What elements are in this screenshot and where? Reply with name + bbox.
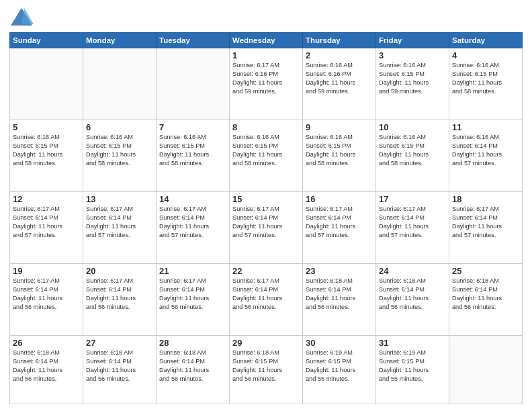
day-info: Sunrise: 6:16 AMSunset: 6:15 PMDaylight:… [232,133,300,168]
calendar-day-cell: 14Sunrise: 6:17 AMSunset: 6:14 PMDayligh… [157,192,230,264]
day-number: 17 [379,194,446,204]
calendar-day-cell: 4Sunrise: 6:16 AMSunset: 6:15 PMDaylight… [449,48,523,120]
day-info: Sunrise: 6:17 AMSunset: 6:14 PMDaylight:… [86,277,153,312]
page: SundayMondayTuesdayWednesdayThursdayFrid… [0,0,532,411]
day-info: Sunrise: 6:18 AMSunset: 6:14 PMDaylight:… [306,277,373,312]
calendar-day-cell: 24Sunrise: 6:18 AMSunset: 6:14 PMDayligh… [376,264,449,336]
day-number: 1 [232,50,300,60]
day-number: 4 [452,50,519,60]
day-number: 12 [13,194,80,204]
calendar-day-cell: 26Sunrise: 6:18 AMSunset: 6:14 PMDayligh… [10,336,83,404]
header [9,7,523,27]
day-number: 28 [159,338,226,348]
day-info: Sunrise: 6:16 AMSunset: 6:16 PMDaylight:… [306,61,373,96]
calendar-week-row: 19Sunrise: 6:17 AMSunset: 6:14 PMDayligh… [10,264,523,336]
calendar-day-cell: 20Sunrise: 6:17 AMSunset: 6:14 PMDayligh… [83,264,157,336]
day-info: Sunrise: 6:18 AMSunset: 6:14 PMDaylight:… [13,349,80,383]
calendar-day-cell: 28Sunrise: 6:18 AMSunset: 6:14 PMDayligh… [157,336,230,404]
calendar-day-cell: 9Sunrise: 6:16 AMSunset: 6:15 PMDaylight… [303,120,376,192]
day-info: Sunrise: 6:17 AMSunset: 6:14 PMDaylight:… [13,205,80,240]
day-number: 26 [13,338,80,348]
day-info: Sunrise: 6:17 AMSunset: 6:14 PMDaylight:… [452,205,519,240]
day-info: Sunrise: 6:16 AMSunset: 6:15 PMDaylight:… [86,133,153,168]
day-info: Sunrise: 6:16 AMSunset: 6:15 PMDaylight:… [379,133,446,168]
calendar-day-cell: 16Sunrise: 6:17 AMSunset: 6:14 PMDayligh… [303,192,376,264]
day-info: Sunrise: 6:17 AMSunset: 6:14 PMDaylight:… [159,205,226,240]
day-info: Sunrise: 6:16 AMSunset: 6:14 PMDaylight:… [452,133,519,168]
svg-marker-1 [21,8,34,24]
calendar-day-cell: 31Sunrise: 6:19 AMSunset: 6:15 PMDayligh… [376,336,449,404]
day-number: 23 [306,266,373,276]
calendar-day-cell: 19Sunrise: 6:17 AMSunset: 6:14 PMDayligh… [10,264,83,336]
calendar-week-row: 12Sunrise: 6:17 AMSunset: 6:14 PMDayligh… [10,192,523,264]
calendar-day-cell [157,48,230,120]
day-info: Sunrise: 6:16 AMSunset: 6:15 PMDaylight:… [452,61,519,96]
day-number: 6 [86,122,153,132]
calendar-week-row: 26Sunrise: 6:18 AMSunset: 6:14 PMDayligh… [10,336,523,404]
calendar-day-cell: 2Sunrise: 6:16 AMSunset: 6:16 PMDaylight… [303,48,376,120]
calendar-day-cell: 11Sunrise: 6:16 AMSunset: 6:14 PMDayligh… [449,120,523,192]
day-number: 2 [306,50,373,60]
day-info: Sunrise: 6:17 AMSunset: 6:14 PMDaylight:… [232,277,300,312]
calendar-day-cell: 10Sunrise: 6:16 AMSunset: 6:15 PMDayligh… [376,120,449,192]
calendar-day-cell: 12Sunrise: 6:17 AMSunset: 6:14 PMDayligh… [10,192,83,264]
calendar-day-cell: 1Sunrise: 6:17 AMSunset: 6:16 PMDaylight… [230,48,303,120]
day-info: Sunrise: 6:19 AMSunset: 6:15 PMDaylight:… [379,349,446,383]
calendar-day-cell: 27Sunrise: 6:18 AMSunset: 6:14 PMDayligh… [83,336,157,404]
day-info: Sunrise: 6:17 AMSunset: 6:14 PMDaylight:… [232,205,300,240]
weekday-header-friday: Friday [376,33,449,48]
calendar-week-row: 1Sunrise: 6:17 AMSunset: 6:16 PMDaylight… [10,48,523,120]
day-number: 8 [232,122,300,132]
day-info: Sunrise: 6:18 AMSunset: 6:14 PMDaylight:… [379,277,446,312]
weekday-header-tuesday: Tuesday [157,33,230,48]
day-info: Sunrise: 6:17 AMSunset: 6:14 PMDaylight:… [86,205,153,240]
day-number: 31 [379,338,446,348]
day-number: 18 [452,194,519,204]
logo [9,7,36,27]
logo-icon [9,7,34,27]
day-info: Sunrise: 6:18 AMSunset: 6:14 PMDaylight:… [86,349,153,383]
calendar-day-cell: 6Sunrise: 6:16 AMSunset: 6:15 PMDaylight… [83,120,157,192]
calendar-day-cell: 15Sunrise: 6:17 AMSunset: 6:14 PMDayligh… [230,192,303,264]
day-info: Sunrise: 6:17 AMSunset: 6:14 PMDaylight:… [306,205,373,240]
day-number: 13 [86,194,153,204]
calendar-day-cell [10,48,83,120]
weekday-header-wednesday: Wednesday [230,33,303,48]
day-number: 24 [379,266,446,276]
day-number: 15 [232,194,300,204]
calendar-day-cell: 7Sunrise: 6:16 AMSunset: 6:15 PMDaylight… [157,120,230,192]
day-number: 11 [452,122,519,132]
day-number: 22 [232,266,300,276]
day-number: 21 [159,266,226,276]
day-number: 10 [379,122,446,132]
weekday-header-saturday: Saturday [449,33,523,48]
day-info: Sunrise: 6:16 AMSunset: 6:15 PMDaylight:… [306,133,373,168]
day-info: Sunrise: 6:16 AMSunset: 6:15 PMDaylight:… [159,133,226,168]
day-number: 29 [232,338,300,348]
calendar-day-cell: 22Sunrise: 6:17 AMSunset: 6:14 PMDayligh… [230,264,303,336]
weekday-header-sunday: Sunday [10,33,83,48]
day-number: 19 [13,266,80,276]
day-info: Sunrise: 6:18 AMSunset: 6:14 PMDaylight:… [159,349,226,383]
calendar-day-cell: 5Sunrise: 6:16 AMSunset: 6:15 PMDaylight… [10,120,83,192]
day-number: 5 [13,122,80,132]
calendar-day-cell: 18Sunrise: 6:17 AMSunset: 6:14 PMDayligh… [449,192,523,264]
day-info: Sunrise: 6:17 AMSunset: 6:16 PMDaylight:… [232,61,300,96]
day-number: 16 [306,194,373,204]
calendar-day-cell [83,48,157,120]
calendar-day-cell: 30Sunrise: 6:19 AMSunset: 6:15 PMDayligh… [303,336,376,404]
calendar-week-row: 5Sunrise: 6:16 AMSunset: 6:15 PMDaylight… [10,120,523,192]
day-number: 20 [86,266,153,276]
day-info: Sunrise: 6:17 AMSunset: 6:14 PMDaylight:… [13,277,80,312]
day-info: Sunrise: 6:16 AMSunset: 6:15 PMDaylight:… [13,133,80,168]
calendar-day-cell: 21Sunrise: 6:17 AMSunset: 6:14 PMDayligh… [157,264,230,336]
calendar-day-cell: 3Sunrise: 6:16 AMSunset: 6:15 PMDaylight… [376,48,449,120]
day-info: Sunrise: 6:17 AMSunset: 6:14 PMDaylight:… [159,277,226,312]
weekday-header-row: SundayMondayTuesdayWednesdayThursdayFrid… [10,33,523,48]
day-info: Sunrise: 6:17 AMSunset: 6:14 PMDaylight:… [379,205,446,240]
calendar-day-cell: 13Sunrise: 6:17 AMSunset: 6:14 PMDayligh… [83,192,157,264]
calendar-day-cell: 29Sunrise: 6:18 AMSunset: 6:15 PMDayligh… [230,336,303,404]
weekday-header-thursday: Thursday [303,33,376,48]
calendar-day-cell: 25Sunrise: 6:18 AMSunset: 6:14 PMDayligh… [449,264,523,336]
day-info: Sunrise: 6:18 AMSunset: 6:14 PMDaylight:… [452,277,519,312]
